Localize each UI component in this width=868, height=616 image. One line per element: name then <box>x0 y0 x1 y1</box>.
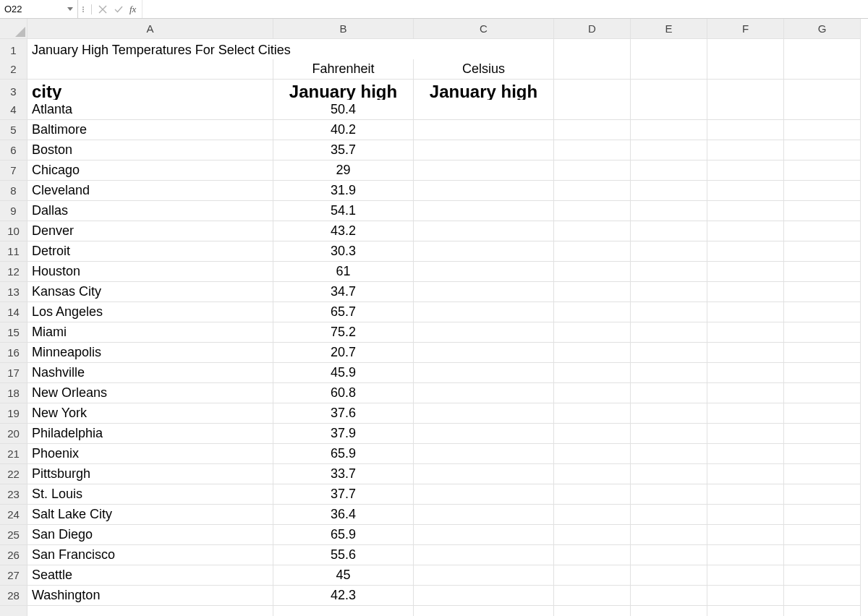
col-head-D[interactable]: D <box>554 19 631 39</box>
cell-G2[interactable] <box>784 59 861 80</box>
cell-E18[interactable] <box>631 383 707 403</box>
cell-F12[interactable] <box>707 262 784 282</box>
cell-D11[interactable] <box>554 241 631 262</box>
cell-fahrenheit-23[interactable]: 37.7 <box>273 484 414 505</box>
cell-celsius-11[interactable] <box>414 241 554 262</box>
cell-E10[interactable] <box>631 221 707 241</box>
cell-F19[interactable] <box>707 403 784 424</box>
cell-fahrenheit-7[interactable]: 29 <box>273 161 414 181</box>
cell-F4[interactable] <box>707 100 784 120</box>
cell-G25[interactable] <box>784 525 861 545</box>
cell-F8[interactable] <box>707 181 784 201</box>
cell-E16[interactable] <box>631 343 707 363</box>
cell-fahrenheit-26[interactable]: 55.6 <box>273 545 414 565</box>
cell-E5[interactable] <box>631 120 707 140</box>
cell-D18[interactable] <box>554 383 631 403</box>
cell-G6[interactable] <box>784 140 861 161</box>
cell-E7[interactable] <box>631 161 707 181</box>
cell-fahrenheit-15[interactable]: 75.2 <box>273 322 414 343</box>
cell-city-21[interactable]: Phoenix <box>27 444 273 464</box>
cell-G27[interactable] <box>784 565 861 586</box>
row-head-20[interactable]: 20 <box>0 424 27 444</box>
cell-fahrenheit-11[interactable]: 30.3 <box>273 241 414 262</box>
cell-city-14[interactable]: Los Angeles <box>27 302 273 322</box>
col-head-A[interactable]: A <box>27 19 273 39</box>
cell-E14[interactable] <box>631 302 707 322</box>
cell-F11[interactable] <box>707 241 784 262</box>
cell-city-20[interactable]: Philadelphia <box>27 424 273 444</box>
cell-city-6[interactable]: Boston <box>27 140 273 161</box>
row-head-28[interactable]: 28 <box>0 586 27 606</box>
cell-fahrenheit-22[interactable]: 33.7 <box>273 464 414 484</box>
cell-F21[interactable] <box>707 444 784 464</box>
drag-handle-icon[interactable] <box>78 7 88 12</box>
cell-G10[interactable] <box>784 221 861 241</box>
cell-F20[interactable] <box>707 424 784 444</box>
cell-fahrenheit-28[interactable]: 42.3 <box>273 586 414 606</box>
cell-F24[interactable] <box>707 505 784 525</box>
row-head-22[interactable]: 22 <box>0 464 27 484</box>
cell-celsius-8[interactable] <box>414 181 554 201</box>
cell-partial-0[interactable] <box>27 606 273 616</box>
row-head-29[interactable] <box>0 606 27 616</box>
cell-C2[interactable]: Celsius <box>414 59 554 80</box>
cell-E4[interactable] <box>631 100 707 120</box>
cell-fahrenheit-16[interactable]: 20.7 <box>273 343 414 363</box>
cell-celsius-25[interactable] <box>414 525 554 545</box>
cell-F22[interactable] <box>707 464 784 484</box>
cell-D15[interactable] <box>554 322 631 343</box>
cell-G15[interactable] <box>784 322 861 343</box>
cell-fahrenheit-12[interactable]: 61 <box>273 262 414 282</box>
confirm-icon[interactable] <box>111 0 127 18</box>
col-head-F[interactable]: F <box>707 19 784 39</box>
cell-D13[interactable] <box>554 282 631 302</box>
row-head-2[interactable]: 2 <box>0 59 27 80</box>
cell-G4[interactable] <box>784 100 861 120</box>
cell-E8[interactable] <box>631 181 707 201</box>
row-head-8[interactable]: 8 <box>0 181 27 201</box>
cell-fahrenheit-19[interactable]: 37.6 <box>273 403 414 424</box>
cell-D14[interactable] <box>554 302 631 322</box>
row-head-24[interactable]: 24 <box>0 505 27 525</box>
cell-celsius-13[interactable] <box>414 282 554 302</box>
row-head-10[interactable]: 10 <box>0 221 27 241</box>
row-head-5[interactable]: 5 <box>0 120 27 140</box>
col-head-C[interactable]: C <box>414 19 554 39</box>
formula-input[interactable] <box>142 0 868 18</box>
cell-reference-input[interactable] <box>4 4 64 14</box>
cell-city-12[interactable]: Houston <box>27 262 273 282</box>
cell-city-28[interactable]: Washington <box>27 586 273 606</box>
cell-fahrenheit-20[interactable]: 37.9 <box>273 424 414 444</box>
cell-celsius-15[interactable] <box>414 322 554 343</box>
cell-fahrenheit-5[interactable]: 40.2 <box>273 120 414 140</box>
cell-F23[interactable] <box>707 484 784 505</box>
col-head-B[interactable]: B <box>273 19 414 39</box>
cell-celsius-10[interactable] <box>414 221 554 241</box>
cell-city-16[interactable]: Minneapolis <box>27 343 273 363</box>
cell-F5[interactable] <box>707 120 784 140</box>
cell-D21[interactable] <box>554 444 631 464</box>
cell-E11[interactable] <box>631 241 707 262</box>
cell-city-17[interactable]: Nashville <box>27 363 273 383</box>
cell-F9[interactable] <box>707 201 784 221</box>
row-head-27[interactable]: 27 <box>0 565 27 586</box>
cell-city-8[interactable]: Cleveland <box>27 181 273 201</box>
row-head-21[interactable]: 21 <box>0 444 27 464</box>
cell-E6[interactable] <box>631 140 707 161</box>
cell-D7[interactable] <box>554 161 631 181</box>
cell-G18[interactable] <box>784 383 861 403</box>
cell-city-15[interactable]: Miami <box>27 322 273 343</box>
cell-F13[interactable] <box>707 282 784 302</box>
cell-fahrenheit-17[interactable]: 45.9 <box>273 363 414 383</box>
cell-celsius-27[interactable] <box>414 565 554 586</box>
col-head-E[interactable]: E <box>631 19 707 39</box>
cell-D12[interactable] <box>554 262 631 282</box>
row-head-26[interactable]: 26 <box>0 545 27 565</box>
cell-celsius-20[interactable] <box>414 424 554 444</box>
cell-celsius-18[interactable] <box>414 383 554 403</box>
cell-city-27[interactable]: Seattle <box>27 565 273 586</box>
cell-E24[interactable] <box>631 505 707 525</box>
cell-G7[interactable] <box>784 161 861 181</box>
cell-partial-3[interactable] <box>554 606 631 616</box>
cell-D4[interactable] <box>554 100 631 120</box>
